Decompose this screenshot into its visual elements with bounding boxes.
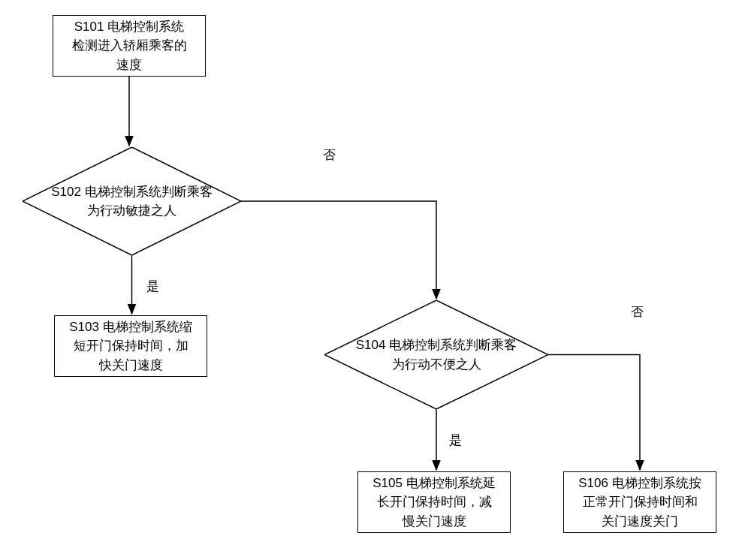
node-s102-text: S102 电梯控制系统判断乘客为行动敏捷之人 (51, 182, 212, 221)
node-s104-text: S104 电梯控制系统判断乘客为行动不便之人 (356, 336, 517, 374)
arrow-s104-s106 (548, 355, 640, 471)
label-s104-no: 否 (631, 303, 644, 321)
node-s103: S103 电梯控制系统缩短开门保持时间，加快关门速度 (54, 315, 207, 377)
node-s102: S102 电梯控制系统判断乘客为行动敏捷之人 (23, 147, 241, 255)
label-s102-no: 否 (323, 146, 336, 164)
node-s101-text: S101 电梯控制系统检测进入轿厢乘客的速度 (72, 17, 187, 75)
node-s105: S105 电梯控制系统延长开门保持时间，减慢关门速度 (357, 471, 511, 533)
node-s103-text: S103 电梯控制系统缩短开门保持时间，加快关门速度 (69, 318, 192, 375)
label-s102-yes: 是 (146, 278, 159, 295)
node-s106-text: S106 电梯控制系统按正常开门保持时间和关门速度关门 (578, 474, 701, 531)
label-s104-yes: 是 (449, 432, 462, 449)
node-s101: S101 电梯控制系统检测进入轿厢乘客的速度 (53, 15, 206, 77)
node-s105-text: S105 电梯控制系统延长开门保持时间，减慢关门速度 (372, 474, 495, 531)
node-s104: S104 电梯控制系统判断乘客为行动不便之人 (324, 300, 548, 409)
node-s106: S106 电梯控制系统按正常开门保持时间和关门速度关门 (563, 471, 716, 533)
arrow-s102-s104 (241, 201, 436, 299)
